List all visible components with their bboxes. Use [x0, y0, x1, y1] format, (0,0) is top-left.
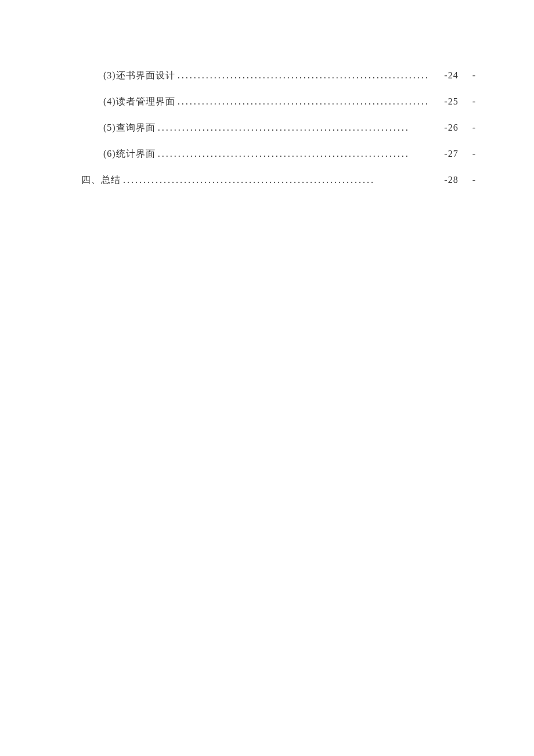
toc-entry-page: -26 [444, 123, 472, 133]
toc-entry: (5)查询界面 ................................… [81, 122, 476, 134]
toc-entry-title: (4)读者管理界面 [103, 96, 175, 108]
toc-entry-dash: - [472, 96, 476, 107]
toc-entry: (4)读者管理界面 ..............................… [81, 96, 476, 108]
table-of-contents: (3)还书界面设计 ..............................… [0, 0, 534, 186]
toc-entry: (3)还书界面设计 ..............................… [81, 70, 476, 82]
toc-entry-dots: ........................................… [175, 70, 445, 81]
toc-entry-page: -27 [444, 149, 472, 159]
toc-entry-dots: ........................................… [156, 149, 445, 159]
toc-entry-dots: ........................................… [175, 96, 445, 107]
toc-entry: 四、总结 ...................................… [81, 174, 476, 186]
toc-entry-dots: ........................................… [156, 123, 445, 133]
toc-entry-page: -24 [444, 70, 472, 81]
toc-entry-title: (6)统计界面 [103, 148, 156, 160]
toc-entry-dash: - [472, 149, 476, 159]
toc-entry-title: (3)还书界面设计 [103, 70, 175, 82]
toc-entry-page: -25 [444, 96, 472, 107]
toc-entry-page: -28 [444, 175, 472, 185]
toc-entry: (6)统计界面 ................................… [81, 148, 476, 160]
toc-entry-dash: - [472, 175, 476, 185]
toc-entry-dots: ........................................… [121, 175, 444, 185]
toc-entry-title: 四、总结 [81, 174, 121, 186]
toc-entry-dash: - [472, 123, 476, 133]
toc-entry-title: (5)查询界面 [103, 122, 156, 134]
toc-entry-dash: - [472, 70, 476, 81]
